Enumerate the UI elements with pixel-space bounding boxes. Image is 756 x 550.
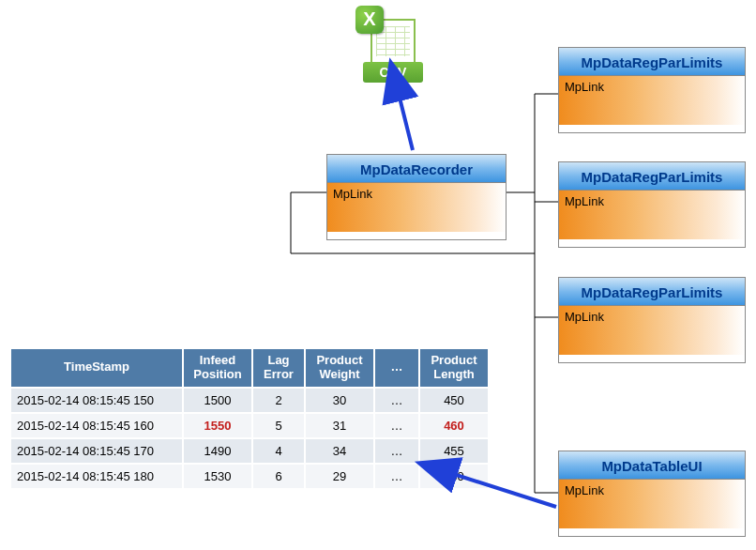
csv-file-icon: X CSV <box>354 8 429 83</box>
block-sublabel: MpLink <box>327 183 506 232</box>
table-row: 2015-02-14 08:15:45 1701490434…455 <box>10 438 489 464</box>
block-sublabel: MpLink <box>559 76 745 125</box>
excel-x-badge: X <box>355 6 384 34</box>
table-cell: … <box>374 464 419 489</box>
table-cell: 29 <box>305 464 374 489</box>
block-title: MpDataRegParLimits <box>559 278 745 306</box>
svg-line-0 <box>399 94 413 150</box>
block-mpdataregparlimits-1: MpDataRegParLimits MpLink <box>558 47 746 133</box>
table-cell: 5 <box>252 413 305 438</box>
block-sublabel: MpLink <box>559 191 745 239</box>
col-more: … <box>374 348 419 388</box>
col-product-length: ProductLength <box>419 348 489 388</box>
table-row: 2015-02-14 08:15:45 1601550531…460 <box>10 413 489 438</box>
table-cell: 450 <box>419 464 489 489</box>
col-timestamp: TimeStamp <box>10 348 183 388</box>
block-mpdataregparlimits-3: MpDataRegParLimits MpLink <box>558 277 746 363</box>
block-title: MpDataRegParLimits <box>559 162 745 191</box>
table-cell: 2 <box>252 388 305 413</box>
data-table: TimeStamp InfeedPosition LagError Produc… <box>9 347 490 490</box>
col-lag-error: LagError <box>252 348 305 388</box>
table-cell: 455 <box>419 438 489 464</box>
table-cell: 6 <box>252 464 305 489</box>
table-cell: 4 <box>252 438 305 464</box>
table-cell: … <box>374 413 419 438</box>
col-product-weight: ProductWeight <box>305 348 374 388</box>
table-cell: 30 <box>305 388 374 413</box>
block-mpdatatableui: MpDataTableUI MpLink <box>558 451 746 537</box>
table-cell: 2015-02-14 08:15:45 150 <box>10 388 183 413</box>
table-cell: 1490 <box>183 438 252 464</box>
col-infeed-position: InfeedPosition <box>183 348 252 388</box>
block-sublabel: MpLink <box>559 480 745 528</box>
table-cell: 2015-02-14 08:15:45 160 <box>10 413 183 438</box>
block-title: MpDataRecorder <box>327 155 506 183</box>
table-cell: 1550 <box>183 413 252 438</box>
table-cell: 34 <box>305 438 374 464</box>
table-cell: 31 <box>305 413 374 438</box>
table-cell: 2015-02-14 08:15:45 180 <box>10 464 183 489</box>
table-cell: 2015-02-14 08:15:45 170 <box>10 438 183 464</box>
block-mpdatarecorder: MpDataRecorder MpLink <box>326 154 507 240</box>
block-sublabel: MpLink <box>559 306 745 355</box>
table-cell: 450 <box>419 388 489 413</box>
block-title: MpDataTableUI <box>559 451 745 480</box>
table-cell: … <box>374 438 419 464</box>
table-cell: … <box>374 388 419 413</box>
table-header-row: TimeStamp InfeedPosition LagError Produc… <box>10 348 489 388</box>
csv-label: CSV <box>363 62 423 83</box>
block-title: MpDataRegParLimits <box>559 48 745 76</box>
table-row: 2015-02-14 08:15:45 1801530629…450 <box>10 464 489 489</box>
table-cell: 1500 <box>183 388 252 413</box>
table-cell: 460 <box>419 413 489 438</box>
block-mpdataregparlimits-2: MpDataRegParLimits MpLink <box>558 161 746 248</box>
table-cell: 1530 <box>183 464 252 489</box>
table-row: 2015-02-14 08:15:45 1501500230…450 <box>10 388 489 413</box>
